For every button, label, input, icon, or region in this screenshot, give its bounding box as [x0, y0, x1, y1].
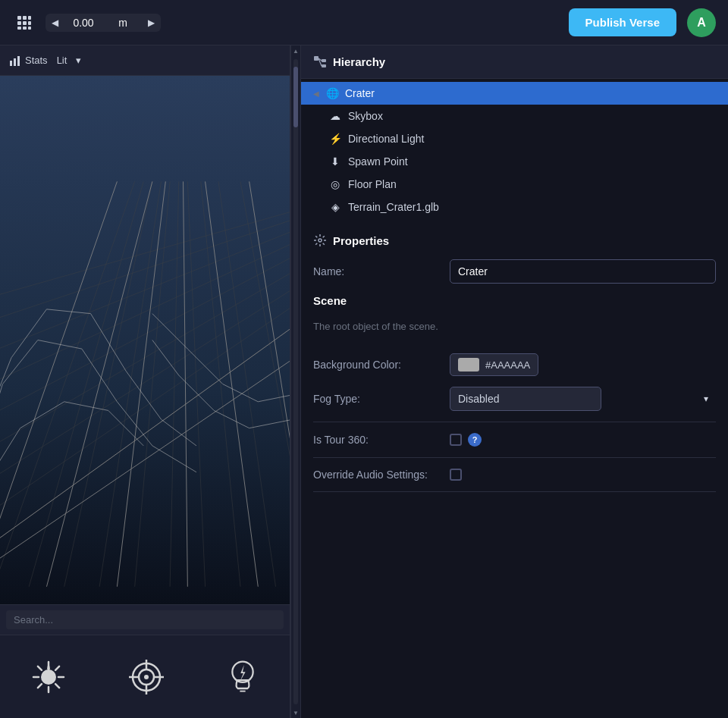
avatar[interactable]: A [687, 8, 716, 37]
prop-row-override-audio: Override Audio Settings: [313, 469, 716, 481]
stepper-left-arrow[interactable]: ◀ [52, 17, 58, 28]
terrain-label: Terrain_Crater1.glb [348, 201, 439, 213]
properties-header: Properties [313, 234, 716, 247]
override-audio-checkbox[interactable] [450, 469, 462, 481]
color-swatch-preview [458, 358, 479, 372]
floor-icon: ◎ [328, 178, 342, 190]
hierarchy-list: ◀ 🌐 Crater ☁ Skybox ⚡ Directional Light … [301, 79, 728, 221]
prop-row-name: Name: [313, 259, 716, 284]
override-audio-label: Override Audio Settings: [313, 469, 450, 481]
spawn-icon: ⬇ [328, 155, 342, 168]
prop-row-fog-type: Fog Type: Disabled Linear Exponential [313, 387, 716, 411]
is-tour-label: Is Tour 360: [313, 434, 450, 446]
viewport-canvas [0, 76, 290, 604]
skybox-icon: ☁ [328, 110, 342, 122]
prop-row-scene-desc: The root object of the scene. [313, 321, 716, 343]
scroll-track[interactable] [293, 59, 298, 704]
svg-rect-8 [28, 27, 31, 30]
bg-color-value-wrapper: #AAAAAA [450, 353, 716, 376]
svg-rect-3 [17, 21, 21, 25]
svg-rect-6 [17, 27, 21, 30]
hierarchy-title: Hierarchy [333, 55, 385, 68]
prop-row-is-tour: Is Tour 360: ? [313, 433, 716, 447]
hierarchy-item-spawn-point[interactable]: ⬇ Spawn Point [301, 150, 728, 173]
fog-select-wrapper: Disabled Linear Exponential [450, 387, 716, 411]
bulb-icon-button[interactable] [225, 658, 260, 696]
hierarchy-header: Hierarchy [301, 45, 728, 79]
topbar-right: Publish Verse A [569, 8, 716, 37]
svg-rect-11 [17, 56, 20, 66]
scene-section-desc: The root object of the scene. [313, 321, 438, 332]
svg-rect-0 [17, 16, 21, 20]
svg-point-65 [318, 239, 322, 242]
crater-label: Crater [345, 87, 375, 99]
stats-label: Stats [25, 55, 48, 66]
floor-label: Floor Plan [348, 178, 397, 190]
search-bar-container [0, 604, 290, 635]
crater-icon: 🌐 [325, 87, 339, 99]
hierarchy-item-directional-light[interactable]: ⚡ Directional Light [301, 127, 728, 150]
terrain-icon: ◈ [328, 201, 342, 213]
stepper-right-arrow[interactable]: ▶ [148, 17, 155, 28]
skybox-label: Skybox [348, 110, 383, 122]
divider-3 [313, 491, 716, 492]
svg-rect-1 [23, 16, 27, 20]
scene-section-label: Scene [313, 294, 347, 307]
stats-button[interactable]: Stats [9, 55, 48, 67]
fog-type-label: Fog Type: [313, 393, 450, 405]
sun-icon-button[interactable] [30, 658, 67, 696]
grid-icon[interactable] [12, 11, 36, 35]
search-input[interactable] [6, 610, 284, 629]
hierarchy-item-terrain[interactable]: ◈ Terrain_Crater1.glb [301, 196, 728, 218]
topbar: ◀ 0.00 m ▶ Publish Verse A [0, 0, 728, 45]
bottom-icons [0, 635, 290, 718]
stepper-unit: m [104, 17, 142, 29]
name-label: Name: [313, 265, 450, 277]
color-hex-value: #AAAAAA [485, 359, 530, 371]
hierarchy-icon [313, 55, 327, 69]
target-icon-button[interactable] [127, 658, 165, 696]
main-layout: Stats Lit ▾ [0, 45, 728, 718]
svg-rect-4 [23, 21, 27, 25]
svg-rect-62 [322, 64, 326, 67]
svg-rect-9 [10, 61, 12, 66]
is-tour-help-icon[interactable]: ? [468, 433, 482, 447]
hierarchy-item-crater[interactable]: ◀ 🌐 Crater [301, 82, 728, 105]
divider-2 [313, 457, 716, 458]
scrollbar-strip: ▲ ▼ [290, 45, 301, 718]
topbar-left: ◀ 0.00 m ▶ [12, 11, 161, 35]
bg-color-label: Background Color: [313, 359, 450, 371]
svg-line-45 [38, 666, 42, 669]
svg-rect-2 [28, 16, 31, 20]
lit-dropdown-arrow[interactable]: ▾ [76, 55, 81, 66]
hierarchy-item-skybox[interactable]: ☁ Skybox [301, 105, 728, 127]
name-input[interactable] [450, 259, 716, 284]
is-tour-checkbox-wrapper: ? [450, 433, 716, 447]
name-value-wrapper [450, 259, 716, 284]
dir-light-label: Directional Light [348, 133, 424, 145]
scroll-thumb [293, 67, 298, 127]
svg-rect-10 [14, 58, 16, 66]
svg-line-46 [55, 684, 59, 688]
divider-1 [313, 422, 716, 422]
prop-row-scene-title: Scene [313, 294, 716, 310]
is-tour-checkbox[interactable] [450, 434, 462, 446]
properties-title: Properties [333, 234, 389, 247]
lit-label: Lit [57, 55, 67, 66]
override-audio-checkbox-wrapper [450, 469, 716, 481]
fog-type-select[interactable]: Disabled Linear Exponential [450, 387, 601, 411]
stepper-value: 0.00 [64, 17, 102, 29]
properties-section: Properties Name: Scene The root object o… [301, 221, 728, 515]
svg-rect-7 [23, 27, 27, 30]
scroll-down-arrow[interactable]: ▼ [290, 707, 301, 718]
hierarchy-item-floor-plan[interactable]: ◎ Floor Plan [301, 173, 728, 196]
scroll-up-arrow[interactable]: ▲ [290, 45, 301, 56]
publish-button[interactable]: Publish Verse [569, 8, 676, 36]
svg-line-47 [55, 666, 59, 669]
right-panel: Hierarchy ◀ 🌐 Crater ☁ Skybox ⚡ Directio… [301, 45, 728, 718]
dir-light-icon: ⚡ [328, 133, 342, 145]
svg-rect-5 [28, 21, 31, 25]
bg-color-picker[interactable]: #AAAAAA [450, 353, 538, 376]
expand-arrow-crater: ◀ [313, 89, 319, 98]
left-panel: Stats Lit ▾ [0, 45, 290, 718]
